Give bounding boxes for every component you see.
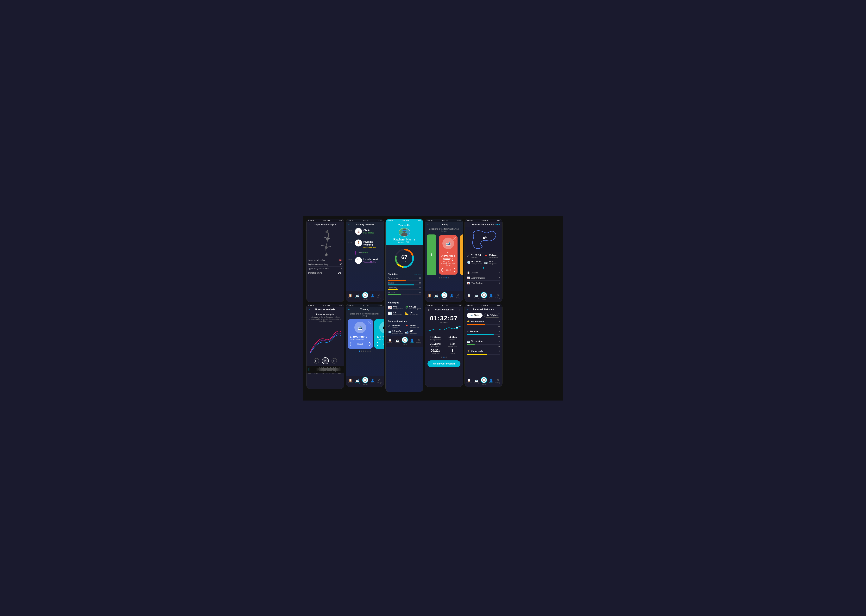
ss-max-speed-label: Max. speed [427,346,443,347]
dot-t2-1 [439,277,440,278]
nav-record-prof[interactable]: Record [402,337,408,345]
svg-rect-19 [320,368,321,371]
back-btn-t1[interactable]: ← [348,308,350,311]
training2-title: Training [439,223,449,226]
nav-record-pf[interactable]: Record [481,292,487,300]
nav-settings-t1[interactable]: ⚙ Settings [377,379,381,383]
nav-profile-a[interactable]: 👤 Profile [371,294,375,299]
ps-skipos-header[interactable]: 🎿 Ski position ∨ [467,340,501,343]
timeline-item-2: 11:30 🚶 Hacking Walking Off piste 00:30m [348,239,382,248]
nav-training-prof[interactable]: 🎿 Training [395,338,400,343]
nav-record-a[interactable]: Record [362,292,368,300]
back-btn-1[interactable]: ← [309,223,310,226]
nav-profile-t2[interactable]: 👤 Profile [450,294,453,299]
nav-pastrun-prof[interactable]: 📋 Past run [387,338,392,343]
nav-record-ps[interactable]: Record [481,377,487,385]
nav-pastrun-t1[interactable]: 📋 Past run [348,379,353,383]
toggle-row: 🎿 Piste 🏔 Off piste [465,312,502,319]
nav-record-t2[interactable]: Record [441,292,447,300]
advanced-card[interactable]: i 🎿 4. Advanced turning Steep Slopes - C… [439,235,458,275]
nav-training-a[interactable]: 🎿 Training [355,294,360,299]
nav-training-t2[interactable]: 🎿 Training [434,294,439,299]
tl-info-3: Lunch break Training 00:30m [364,257,382,263]
nav-pastrun-pf[interactable]: 📋 Past run [466,294,471,299]
carrier-t2: VIRGIN [427,220,433,222]
nav-profile-prof[interactable]: 👤 Profile [410,338,414,343]
status-bar-ps: VIRGIN 4:21 PM 22% [465,304,502,307]
training2-header: ← Training [425,222,463,227]
nav-pastrun-ps[interactable]: 📋 Past run [466,379,471,383]
back-btn-a[interactable]: ← [348,223,350,226]
nav-settings-prof[interactable]: ⚙ Settings [416,338,421,343]
nav-settings-ps[interactable]: ⚙ Settings [495,379,500,383]
svg-rect-29 [330,367,331,371]
carrier-pf: VIRGIN [467,220,472,222]
ps-skipos-title: Ski position [471,340,483,343]
rewind-btn[interactable]: ⏮ [314,358,319,363]
back-btn-p[interactable]: ← [309,308,310,311]
see-all-btn[interactable]: SEE ALL [414,273,421,275]
dot-3 [363,350,364,352]
adv-card-num: 4. Advanced turning [441,251,455,261]
svg-rect-10 [312,369,312,371]
nav-training-ps[interactable]: 🎿 Training [474,379,479,383]
select-btn-1[interactable]: Select [350,342,370,346]
carrier-1: VIRGIN [309,220,315,222]
std-1: ⏱ 01:23:34Total time [388,324,404,328]
timer-num: 01:32:57 [425,315,463,322]
toggle-piste[interactable]: 🎿 Piste [467,313,483,317]
toggle-offpiste[interactable]: 🏔 Off piste [484,313,501,317]
svg-rect-46 [404,230,405,231]
metric-row-4[interactable]: Transition timing 34s › [308,271,343,275]
nav-profile-t1[interactable]: 👤 Profile [371,379,375,383]
svg-rect-21 [323,368,323,371]
ski-iq-section: 67 SKI IQ [386,245,423,271]
nav-settings-a[interactable]: ⚙ Settings [377,294,381,299]
select-btn-adv[interactable]: Select [441,268,455,272]
col-4: VIRGIN 4:21 PM 22% ← Training Select one… [425,219,463,387]
ps-upperbody-header[interactable]: 🏋 Upper body ∨ [467,350,501,353]
perf-link-all-stats[interactable]: 📋 All stats › [467,270,500,275]
nav-training-pf[interactable]: 🎿 Training [474,294,479,299]
training2-subtitle: Select one of the following training lev… [425,227,463,234]
tl-time-2: 11:30 [348,239,353,243]
svg-rect-32 [333,367,334,371]
upper-body-title: Upper body analysis [314,223,337,226]
back-btn-ps[interactable]: ← [467,308,469,311]
perf-link-turn[interactable]: 📊 Turn Analysis › [467,281,500,286]
nav-settings-pf[interactable]: ⚙ Settings [495,294,500,299]
nav-pastrun-t2[interactable]: 📋 Past run [427,294,432,299]
training-card-beginners[interactable]: i 🎿 1. Beginners Turning Snowplough Sele… [348,319,373,349]
ss-distance: 34.3KM Distance [445,335,460,341]
nav-profile-ps[interactable]: 👤 Profile [489,379,493,383]
pressure-controls: ⏮ ▶ ⏭ [307,356,344,366]
training-card-intern[interactable]: i 🏔 2. Intern Plough p Sel... [374,319,384,349]
nav-record-t1[interactable]: Record [362,377,368,385]
tl-13am: 13AM [332,373,336,375]
tl-name-2: Hacking Walking [364,240,382,246]
done-btn[interactable]: Done [495,223,501,226]
svg-rect-45 [405,230,407,231]
info-icon-1[interactable]: i [368,321,371,324]
tl-icon-1: 🚡 [355,228,362,235]
hl-desc-3: Max G-Force [393,314,402,315]
nav-training-t1[interactable]: 🎿 Training [355,379,360,383]
perf-link-activity[interactable]: 📈 Activity timeline › [467,275,500,281]
tl-time-1: 10:30 [348,228,353,231]
tl-info-1: Chair Piste 00:30m [364,228,382,234]
nav-profile-pf[interactable]: 👤 Profile [489,294,493,299]
col-2: VIRGIN 4:21 PM 22% ← Activity timeline 1… [346,219,384,387]
nav-pastrun-a[interactable]: 📋 Past run [348,294,353,299]
back-btn-t2[interactable]: ← [427,223,429,226]
nav-settings-t2[interactable]: ⚙ Settings [456,294,461,299]
finish-btn[interactable]: Finish your session [427,360,460,367]
play-btn[interactable]: ▶ [322,357,329,364]
pressure-title-header: Pressure analysis [315,308,335,311]
forward-btn[interactable]: ⏭ [332,358,337,363]
info-icon-adv[interactable]: i [453,237,456,240]
ps-balance-header[interactable]: ⚖ Balance ∨ [467,330,501,333]
ps-perf-header[interactable]: ⚡ Performance ∨ [467,320,501,323]
perf-stat-4: 🎿 443Total jumps [484,260,500,265]
select-btn-2[interactable]: Sel... [377,342,384,346]
perf-header: Performance results Done [465,222,502,227]
